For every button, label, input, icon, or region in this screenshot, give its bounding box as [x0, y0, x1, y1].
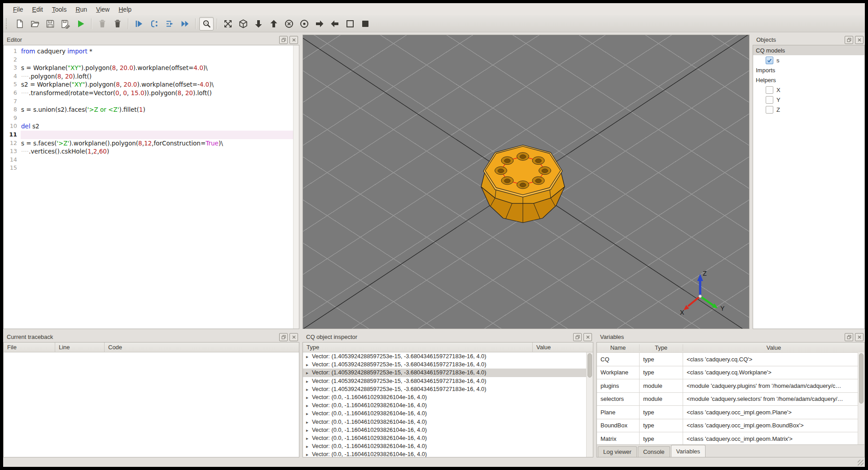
- view-left-button[interactable]: [328, 17, 342, 31]
- view-right-button[interactable]: [312, 17, 327, 31]
- expand-arrow-icon[interactable]: ▸: [306, 353, 312, 361]
- float-icon[interactable]: [845, 333, 853, 341]
- expand-arrow-icon[interactable]: ▸: [306, 426, 312, 435]
- save-button[interactable]: [43, 17, 57, 31]
- tab-log-viewer[interactable]: Log viewer: [598, 446, 637, 457]
- new-file-button[interactable]: [13, 17, 27, 31]
- variable-row[interactable]: selectorsmodule<module 'cadquery.selecto…: [597, 393, 864, 406]
- inspector-row[interactable]: ▸Vector: (0.0, -1.1604610293826104e-16, …: [303, 434, 593, 442]
- checkbox-s[interactable]: [766, 57, 773, 64]
- checkbox-z[interactable]: [766, 106, 773, 114]
- column-header[interactable]: Value: [683, 344, 864, 351]
- variable-row[interactable]: Planetype<class 'cadquery.occ_impl.geom.…: [597, 406, 864, 419]
- tree-item-y[interactable]: Y: [753, 95, 864, 105]
- tab-console[interactable]: Console: [638, 446, 670, 457]
- expand-arrow-icon[interactable]: ▸: [306, 410, 312, 418]
- float-icon[interactable]: [573, 333, 582, 341]
- debug-button[interactable]: [132, 17, 146, 31]
- column-header[interactable]: Type: [303, 343, 533, 352]
- column-header[interactable]: Value: [533, 343, 593, 352]
- variable-row[interactable]: BoundBoxtype<class 'cadquery.occ_impl.ge…: [597, 419, 864, 433]
- resize-grip[interactable]: [858, 460, 864, 466]
- float-icon[interactable]: [279, 333, 288, 341]
- inspector-row[interactable]: ▸Vector: (0.0, -1.1604610293826104e-16, …: [303, 401, 593, 409]
- continue-button[interactable]: [178, 17, 192, 31]
- tree-item-x[interactable]: X: [753, 85, 864, 95]
- inspector-row[interactable]: ▸Vector: (0.0, -1.1604610293826104e-16, …: [303, 393, 593, 401]
- expand-arrow-icon[interactable]: ▸: [306, 443, 312, 451]
- view-front-button[interactable]: [282, 17, 296, 31]
- step-into-button[interactable]: [162, 17, 177, 31]
- tree-item-s[interactable]: s: [753, 55, 864, 65]
- variable-row[interactable]: Workplanetype<class 'cadquery.cq.Workpla…: [597, 366, 864, 380]
- column-header[interactable]: Line: [55, 343, 105, 352]
- checkbox-y[interactable]: [766, 96, 773, 104]
- inspector-row[interactable]: ▸Vector: (1.4053924288597253e-15, -3.680…: [303, 369, 593, 377]
- float-icon[interactable]: [845, 36, 853, 44]
- close-icon[interactable]: [855, 36, 864, 44]
- inspector-row[interactable]: ▸Vector: (0.0, -1.1604610293826104e-16, …: [303, 450, 593, 457]
- inspector-row[interactable]: ▸Vector: (1.4053924288597253e-15, -3.680…: [303, 352, 593, 360]
- expand-arrow-icon[interactable]: ▸: [306, 418, 312, 426]
- wireframe-button[interactable]: [343, 17, 357, 31]
- iso-view-button[interactable]: [236, 17, 250, 31]
- inspector-row[interactable]: ▸Vector: (1.4053924288597253e-15, -3.680…: [303, 360, 593, 369]
- close-icon[interactable]: [289, 36, 298, 44]
- expand-arrow-icon[interactable]: ▸: [306, 369, 312, 377]
- view-back-button[interactable]: [297, 17, 311, 31]
- delete-button[interactable]: [95, 17, 110, 31]
- code-editor[interactable]: 1from cadquery import *23s = Workplane("…: [4, 45, 299, 329]
- inspector-row[interactable]: ▸Vector: (1.4053924288597253e-15, -3.680…: [303, 377, 593, 385]
- inspect-toggle[interactable]: [199, 17, 214, 31]
- tree-item-cq-models[interactable]: CQ models: [753, 45, 864, 55]
- close-icon[interactable]: [855, 333, 864, 341]
- tree-item-helpers[interactable]: Helpers: [753, 75, 864, 85]
- inspector-row[interactable]: ▸Vector: (0.0, -1.1604610293826104e-16, …: [303, 418, 593, 426]
- close-icon[interactable]: [289, 333, 298, 341]
- menu-help[interactable]: Help: [114, 4, 136, 14]
- variables-scrollbar[interactable]: [858, 352, 864, 445]
- inspector-row[interactable]: ▸Vector: (1.4053924288597253e-15, -3.680…: [303, 385, 593, 393]
- menu-edit[interactable]: Edit: [28, 4, 48, 14]
- menu-file[interactable]: File: [9, 4, 28, 14]
- variable-row[interactable]: pluginsmodule<module 'cadquery.plugins' …: [597, 379, 864, 393]
- editor-scrollbar[interactable]: [293, 45, 299, 329]
- save-as-button[interactable]: [58, 17, 73, 31]
- inspector-scrollbar[interactable]: [586, 352, 593, 457]
- inspector-row[interactable]: ▸Vector: (0.0, -1.1604610293826104e-16, …: [303, 442, 593, 450]
- expand-arrow-icon[interactable]: ▸: [306, 402, 312, 410]
- expand-arrow-icon[interactable]: ▸: [306, 451, 312, 457]
- menu-tools[interactable]: Tools: [48, 4, 71, 14]
- expand-arrow-icon[interactable]: ▸: [306, 435, 312, 443]
- menu-run[interactable]: Run: [71, 4, 92, 14]
- tree-item-z[interactable]: Z: [753, 105, 864, 114]
- shaded-button[interactable]: [358, 17, 373, 31]
- column-header[interactable]: File: [4, 343, 55, 352]
- expand-arrow-icon[interactable]: ▸: [306, 361, 312, 369]
- 3d-viewport[interactable]: Z X Y: [302, 35, 750, 329]
- toolbar-drag-handle[interactable]: [6, 18, 9, 29]
- view-top-button[interactable]: [267, 17, 281, 31]
- variable-row[interactable]: Matrixtype<class 'cadquery.occ_impl.geom…: [597, 432, 864, 446]
- inspector-row[interactable]: ▸Vector: (0.0, -1.1604610293826104e-16, …: [303, 426, 593, 434]
- variable-row[interactable]: CQtype<class 'cadquery.cq.CQ'>: [597, 353, 864, 366]
- tab-variables[interactable]: Variables: [671, 445, 706, 457]
- menu-view[interactable]: View: [92, 4, 114, 14]
- tree-item-imports[interactable]: Imports: [753, 65, 864, 75]
- run-button[interactable]: [74, 17, 88, 31]
- open-file-button[interactable]: [28, 17, 42, 31]
- step-button[interactable]: [147, 17, 162, 31]
- fit-view-button[interactable]: [221, 17, 235, 31]
- inspector-row[interactable]: ▸Vector: (0.0, -1.1604610293826104e-16, …: [303, 409, 593, 417]
- expand-arrow-icon[interactable]: ▸: [306, 394, 312, 402]
- column-header[interactable]: Type: [640, 344, 683, 351]
- column-header[interactable]: Code: [105, 343, 299, 352]
- column-header[interactable]: Name: [597, 344, 640, 351]
- float-icon[interactable]: [279, 36, 288, 44]
- checkbox-x[interactable]: [766, 86, 773, 94]
- close-icon[interactable]: [583, 333, 592, 341]
- delete-all-button[interactable]: [110, 17, 125, 31]
- expand-arrow-icon[interactable]: ▸: [306, 378, 312, 386]
- view-bottom-button[interactable]: [251, 17, 266, 31]
- expand-arrow-icon[interactable]: ▸: [306, 386, 312, 394]
